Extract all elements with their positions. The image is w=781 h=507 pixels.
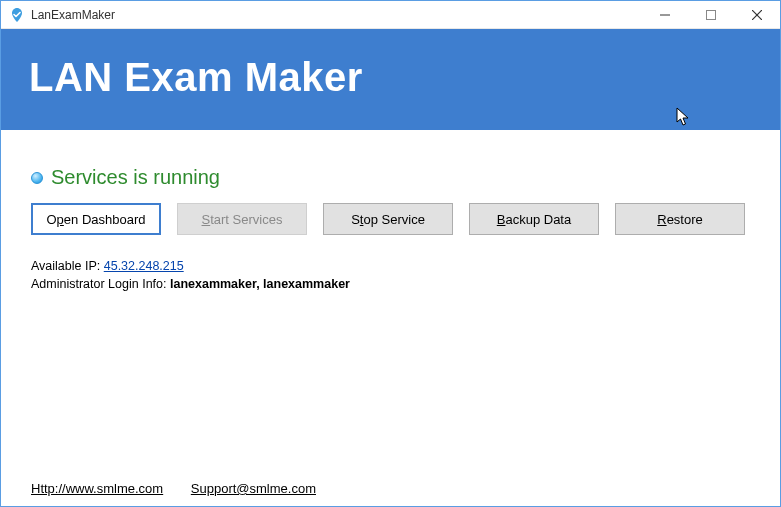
close-button[interactable] xyxy=(734,1,780,29)
available-ip-line: Available IP: 45.32.248.215 xyxy=(31,259,750,273)
backup-data-button[interactable]: Backup Data xyxy=(469,203,599,235)
admin-login-line: Administrator Login Info: lanexammaker, … xyxy=(31,277,750,291)
support-link[interactable]: Support@smlme.com xyxy=(191,481,316,496)
start-services-button: Start Services xyxy=(177,203,307,235)
app-icon xyxy=(9,7,25,23)
action-button-row: Open Dashboard Start Services Stop Servi… xyxy=(31,203,750,235)
open-dashboard-button[interactable]: Open Dashboard xyxy=(31,203,161,235)
btn-text-u: B xyxy=(497,212,506,227)
minimize-button[interactable] xyxy=(642,1,688,29)
status-text: Services is running xyxy=(51,166,220,189)
svg-rect-1 xyxy=(707,10,716,19)
btn-text-u: R xyxy=(657,212,666,227)
admin-login-label: Administrator Login Info: xyxy=(31,277,170,291)
service-status: Services is running xyxy=(31,166,750,189)
available-ip-link[interactable]: 45.32.248.215 xyxy=(104,259,184,273)
hero-banner: LAN Exam Maker xyxy=(1,29,780,130)
titlebar: LanExamMaker xyxy=(1,1,780,29)
content-area: Services is running Open Dashboard Start… xyxy=(1,130,780,506)
btn-text-post: ackup Data xyxy=(505,212,571,227)
maximize-button[interactable] xyxy=(688,1,734,29)
app-title: LAN Exam Maker xyxy=(29,55,752,100)
btn-text-pre: S xyxy=(351,212,360,227)
btn-text-pre: O xyxy=(46,212,56,227)
restore-button[interactable]: Restore xyxy=(615,203,745,235)
status-indicator-icon xyxy=(31,172,43,184)
admin-login-value: lanexammaker, lanexammaker xyxy=(170,277,350,291)
window-title: LanExamMaker xyxy=(31,8,115,22)
btn-text-post: op Service xyxy=(363,212,424,227)
available-ip-label: Available IP: xyxy=(31,259,104,273)
btn-text-u: p xyxy=(57,212,64,227)
stop-service-button[interactable]: Stop Service xyxy=(323,203,453,235)
btn-text-u: S xyxy=(202,212,211,227)
btn-text-post: tart Services xyxy=(210,212,282,227)
btn-text-post: en Dashboard xyxy=(64,212,146,227)
btn-text-post: estore xyxy=(667,212,703,227)
footer-links: Http://www.smlme.com Support@smlme.com xyxy=(31,481,340,496)
homepage-link[interactable]: Http://www.smlme.com xyxy=(31,481,163,496)
cursor-icon xyxy=(676,107,690,127)
